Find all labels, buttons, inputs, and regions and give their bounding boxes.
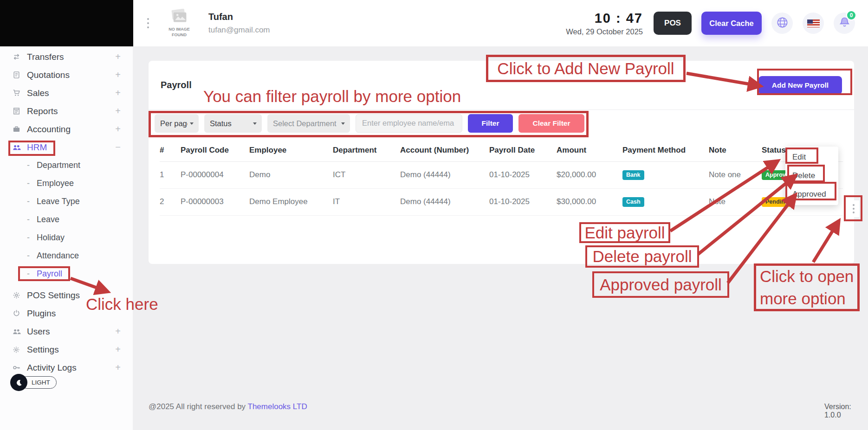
user-name: Tufan (208, 12, 270, 22)
sidebar-subitem-employee[interactable]: -Employee (0, 174, 133, 193)
cell-payment-method: Cash (622, 188, 709, 215)
sidebar-item-label: Sales (27, 88, 49, 98)
sidebar-subitem-department[interactable]: -Department (0, 156, 133, 174)
table-row: 2P-00000003Demo EmployeeITDemo (44444)01… (160, 188, 843, 215)
globe-icon (776, 16, 789, 31)
payment-method-badge: Bank (622, 170, 644, 180)
theme-toggle[interactable]: LIGHT (10, 374, 57, 391)
sidebar-collapse-icon[interactable] (147, 18, 149, 28)
clear-filter-button[interactable]: Clear Filter (518, 114, 584, 133)
cell: $20,000.00 (557, 161, 622, 188)
column-header: Payroll Date (489, 139, 557, 161)
row-more-options-button[interactable] (848, 200, 859, 217)
pos-settings-icon (13, 291, 27, 299)
column-header: Employee (249, 139, 333, 161)
sidebar-item-transfers[interactable]: Transfers+ (0, 48, 133, 66)
cell: P-00000003 (181, 188, 249, 215)
filter-button[interactable]: Filter (468, 114, 513, 133)
user-meta: Tufan tufan@gmail.com (208, 12, 270, 35)
dash-icon: - (27, 269, 30, 279)
avatar: NO IMAGE FOUND (165, 9, 194, 38)
language-globe-button[interactable] (771, 13, 793, 34)
expand-toggle-icon[interactable]: + (115, 70, 121, 80)
expand-toggle-icon[interactable]: + (115, 124, 121, 135)
department-select-wrap: Select Department (267, 114, 350, 133)
pos-button[interactable]: POS (654, 12, 692, 35)
cell-payment-method: Bank (622, 161, 709, 188)
menu-item-approved[interactable]: Approved (785, 185, 838, 204)
version-label: Version: 1.0.0 (824, 403, 868, 419)
sidebar-subitem-attendance[interactable]: -Attendance (0, 247, 133, 265)
sidebar-item-label: Transfers (27, 52, 64, 62)
no-image-text-line1: NO IMAGE (168, 27, 190, 32)
sidebar-item-users[interactable]: Users+ (0, 322, 133, 340)
column-header: Amount (557, 139, 622, 161)
expand-toggle-icon[interactable]: + (115, 326, 121, 337)
sidebar-item-quotations[interactable]: Quotations+ (0, 66, 133, 84)
clock-date: Wed, 29 October 2025 (566, 27, 643, 36)
cell-note: Note one (709, 161, 762, 188)
employee-search-input[interactable] (356, 114, 462, 133)
clear-cache-button[interactable]: Clear Cache (701, 12, 762, 35)
dash-icon: - (27, 197, 30, 206)
add-new-payroll-button[interactable]: Add New Payroll (758, 76, 842, 95)
sidebar-item-label: Plugins (27, 308, 56, 319)
column-header: # (160, 139, 181, 161)
sidebar-item-sales[interactable]: Sales+ (0, 84, 133, 102)
themelooks-link[interactable]: Themelooks LTD (248, 402, 307, 411)
per-page-select[interactable]: Per page (155, 114, 199, 133)
sidebar-item-hrm[interactable]: HRM− (0, 138, 133, 156)
sidebar-subitem-leave[interactable]: -Leave (0, 211, 133, 229)
notification-count-badge: 0 (846, 10, 856, 20)
sidebar-subitem-label: Leave Type (37, 197, 80, 206)
clock-time: 10 : 47 (566, 11, 643, 26)
hrm-icon (13, 143, 27, 152)
status-select-wrap: Status (204, 114, 262, 133)
sidebar-subitem-payroll[interactable]: -Payroll (0, 265, 133, 283)
expand-toggle-icon[interactable]: + (115, 362, 121, 373)
cell: Demo (44444) (400, 188, 489, 215)
expand-toggle-icon[interactable]: + (115, 106, 121, 116)
sidebar-item-accounting[interactable]: Accounting+ (0, 120, 133, 138)
sidebar-menu: Transfers+Quotations+Sales+Reports+Accou… (0, 48, 133, 377)
locale-flag-button[interactable] (803, 13, 824, 34)
column-header: Department (333, 139, 400, 161)
cell-note: Note (709, 188, 762, 215)
sidebar-subitem-leave-type[interactable]: -Leave Type (0, 193, 133, 211)
sidebar-subitem-holiday[interactable]: -Holiday (0, 229, 133, 247)
cell: Demo (44444) (400, 161, 489, 188)
sidebar-item-reports[interactable]: Reports+ (0, 102, 133, 120)
cell: 1 (160, 161, 181, 188)
department-select[interactable]: Select Department (267, 114, 350, 133)
plugins-icon (13, 309, 27, 317)
per-page-select-wrap: Per page (155, 114, 199, 133)
dash-icon: - (27, 215, 30, 225)
reports-icon (13, 107, 27, 115)
cell: ICT (333, 161, 400, 188)
sidebar-item-pos-settings[interactable]: POS Settings (0, 286, 133, 304)
sidebar-item-label: Settings (27, 345, 59, 355)
status-select[interactable]: Status (204, 114, 262, 133)
transfers-icon (13, 53, 27, 61)
topbar: NO IMAGE FOUND Tufan tufan@gmail.com 10 … (0, 0, 868, 46)
dash-icon: - (27, 160, 30, 170)
sidebar-item-settings[interactable]: Settings+ (0, 340, 133, 359)
sidebar-subitem-label: Department (37, 160, 80, 170)
payroll-table: #Payroll CodeEmployeeDepartmentAccount (… (160, 139, 843, 216)
notifications-button[interactable]: 0 (834, 13, 855, 34)
footer: @2025 All right reserved by Themelooks L… (149, 402, 307, 411)
expand-toggle-icon[interactable]: − (115, 142, 121, 153)
table-row: 1P-00000004DemoICTDemo (44444)01-10-2025… (160, 161, 843, 188)
sidebar-subitem-label: Leave (37, 215, 59, 225)
menu-item-edit[interactable]: Edit (785, 148, 838, 167)
sidebar-item-label: Accounting (27, 124, 71, 135)
expand-toggle-icon[interactable]: + (115, 344, 121, 355)
expand-toggle-icon[interactable]: + (115, 88, 121, 98)
row-action-menu: EditDeleteApproved (785, 147, 838, 205)
sidebar-item-label: Users (27, 327, 50, 337)
menu-item-delete[interactable]: Delete (785, 167, 838, 185)
expand-toggle-icon[interactable]: + (115, 51, 121, 62)
sidebar-subitem-label: Employee (37, 179, 74, 188)
sidebar-subitem-label: Payroll (37, 269, 62, 279)
sidebar-item-plugins[interactable]: Plugins (0, 304, 133, 322)
